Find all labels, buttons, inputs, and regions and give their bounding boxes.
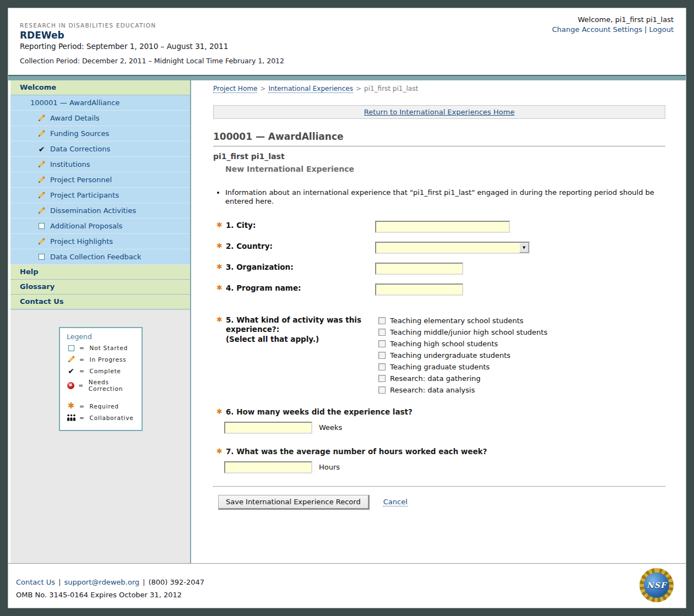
checkbox-icon[interactable] [378, 375, 386, 382]
sidebar-item-contact-us[interactable]: Contact Us [10, 295, 190, 309]
cancel-link[interactable]: Cancel [383, 498, 408, 506]
question-hours-label: ✱ 7. What was the average number of hour… [213, 447, 665, 456]
page-title: 100001 — AwardAlliance [213, 131, 665, 146]
checkbox-icon[interactable] [378, 329, 386, 336]
sidebar: Welcome 100001 — AwardAlliance Award Det… [8, 80, 191, 563]
activity-option-research-data-analysis[interactable]: Research: data analysis [378, 386, 547, 394]
checkbox-icon[interactable] [378, 352, 386, 359]
footer-contact-us-link[interactable]: Contact Us [16, 578, 55, 586]
q5-options: Teaching elementary school studentsTeach… [375, 315, 547, 394]
legend-item-needs-correction: ✖=Needs Correction [67, 379, 139, 392]
pencil-icon [67, 355, 75, 363]
logout-link[interactable]: Logout [649, 25, 674, 34]
footer-contact-line: Contact Us|support@rdeweb.org|(800) 392-… [16, 578, 204, 586]
sidebar-item-data-collection-feedback[interactable]: Data Collection Feedback [10, 249, 190, 265]
sidebar-lower-panel: Legend =Not Started=In Progress✔=Complet… [10, 309, 190, 563]
breadcrumb-separator: > [260, 85, 265, 92]
chevron-down-icon[interactable]: ▼ [519, 243, 529, 253]
pencil-icon [37, 206, 46, 215]
activity-option-teaching-middle-junior-high-school-students[interactable]: Teaching middle/junior high school stude… [378, 328, 547, 336]
sidebar-item-welcome[interactable]: Welcome [10, 80, 190, 95]
breadcrumb-international-experiences-link[interactable]: International Experiences [268, 85, 353, 93]
required-asterisk-icon: ✱ [216, 407, 223, 416]
activity-option-teaching-undergraduate-students[interactable]: Teaching undergraduate students [378, 351, 547, 359]
sidebar-item-award[interactable]: 100001 — AwardAlliance [10, 95, 190, 111]
question-city-label: ✱ 1. City: [213, 221, 375, 231]
program-name-input[interactable] [375, 284, 463, 296]
pencil-icon [37, 114, 46, 122]
site-eyebrow: RESEARCH IN DISABILITIES EDUCATION [20, 22, 156, 29]
sidebar-item-help[interactable]: Help [10, 265, 190, 280]
sidebar-item-project-highlights[interactable]: Project Highlights [10, 234, 190, 249]
sidebar-item-label: Data Collection Feedback [50, 253, 142, 261]
pi-name: pi1_first pi1_last [213, 152, 665, 161]
main-content: Project Home>International Experiences>p… [191, 80, 686, 563]
checkbox-icon[interactable] [378, 340, 386, 347]
nsf-logo: NSF [639, 568, 674, 602]
required-asterisk-icon: ✱ [216, 447, 223, 456]
checkbox-icon[interactable] [378, 363, 386, 370]
header: RESEARCH IN DISABILITIES EDUCATION RDEWe… [8, 8, 686, 75]
question-program-name-row: ✱ 4. Program name: [213, 284, 665, 296]
breadcrumb-project-home-link[interactable]: Project Home [213, 85, 257, 93]
pencil-icon [37, 160, 46, 168]
hours-input-row: Hours [224, 461, 665, 473]
checkbox-icon[interactable] [378, 317, 386, 324]
welcome-user-text: Welcome, pi1_first pi1_last [552, 15, 674, 24]
activity-option-teaching-graduate-students[interactable]: Teaching graduate students [378, 363, 547, 371]
save-international-experience-button[interactable]: Save International Experience Record [218, 495, 370, 510]
weeks-input[interactable] [224, 422, 312, 434]
legend-item-label: Needs Correction [89, 379, 139, 392]
sidebar-item-glossary[interactable]: Glossary [10, 280, 190, 295]
sidebar-item-project-participants[interactable]: Project Participants [10, 188, 190, 203]
pencil-icon [37, 237, 46, 246]
collection-period: Collection Period: December 2, 2011 – Mi… [20, 57, 284, 65]
legend-item-label: Complete [90, 368, 121, 374]
sidebar-item-label: Institutions [50, 160, 90, 168]
breadcrumb-current: pi1_first pi1_last [364, 85, 418, 92]
sidebar-item-label: Data Corrections [50, 145, 110, 153]
international-experience-form: ✱ 1. City: ✱ 2. Country: ▼ [213, 221, 665, 510]
question-program-name-label: ✱ 4. Program name: [213, 284, 375, 293]
legend-box: Legend =Not Started=In Progress✔=Complet… [59, 327, 143, 431]
checkbox-label: Teaching middle/junior high school stude… [390, 328, 547, 336]
sidebar-item-institutions[interactable]: Institutions [10, 157, 190, 172]
change-account-settings-link[interactable]: Change Account Settings [552, 25, 642, 34]
info-bullet-list: Information about an international exper… [213, 188, 662, 206]
sidebar-item-label: Project Participants [50, 191, 119, 199]
app-window: RESEARCH IN DISABILITIES EDUCATION RDEWe… [8, 8, 686, 608]
hours-input[interactable] [224, 461, 312, 473]
legend-items: =Not Started=In Progress✔=Complete✖=Need… [67, 345, 139, 421]
question-organization-row: ✱ 3. Organization: [213, 263, 665, 275]
sidebar-item-award-details[interactable]: Award Details [10, 111, 190, 126]
activity-option-teaching-high-school-students[interactable]: Teaching high school students [378, 340, 547, 348]
question-city-row: ✱ 1. City: [213, 221, 665, 233]
return-home-bar: Return to International Experiences Home [213, 105, 665, 119]
sidebar-item-additional-proposals[interactable]: Additional Proposals [10, 219, 190, 234]
legend-item-not-started: =Not Started [67, 345, 139, 351]
legend-title: Legend [67, 332, 139, 341]
sidebar-item-data-corrections[interactable]: ✔Data Corrections [10, 141, 190, 157]
legend-item-label: Required [90, 403, 119, 410]
required-asterisk-icon: ✱ [216, 242, 223, 252]
sidebar-item-dissemination-activities[interactable]: Dissemination Activities [10, 203, 190, 219]
weeks-unit-label: Weeks [319, 423, 342, 432]
city-input[interactable] [375, 221, 510, 233]
not-started-square-icon [68, 345, 74, 351]
sidebar-item-project-personnel[interactable]: Project Personnel [10, 172, 190, 188]
return-to-international-experiences-link[interactable]: Return to International Experiences Home [364, 108, 514, 116]
checkbox-label: Teaching elementary school students [390, 317, 523, 325]
activity-option-teaching-elementary-school-students[interactable]: Teaching elementary school students [378, 317, 547, 325]
sidebar-item-label: Project Highlights [50, 237, 113, 246]
country-select[interactable]: ▼ [375, 242, 530, 254]
form-title: New International Experience [225, 165, 665, 173]
activity-option-research-data-gathering[interactable]: Research: data gathering [378, 374, 547, 383]
required-asterisk-icon: ✱ [216, 263, 223, 272]
footer-email-link[interactable]: support@rdeweb.org [64, 578, 139, 586]
organization-input[interactable] [375, 263, 463, 275]
checkbox-icon[interactable] [378, 386, 386, 394]
pencil-icon [37, 191, 46, 199]
required-asterisk-icon: ✱ [216, 284, 223, 293]
question-country-label: ✱ 2. Country: [213, 242, 375, 252]
sidebar-item-funding-sources[interactable]: Funding Sources [10, 126, 190, 141]
